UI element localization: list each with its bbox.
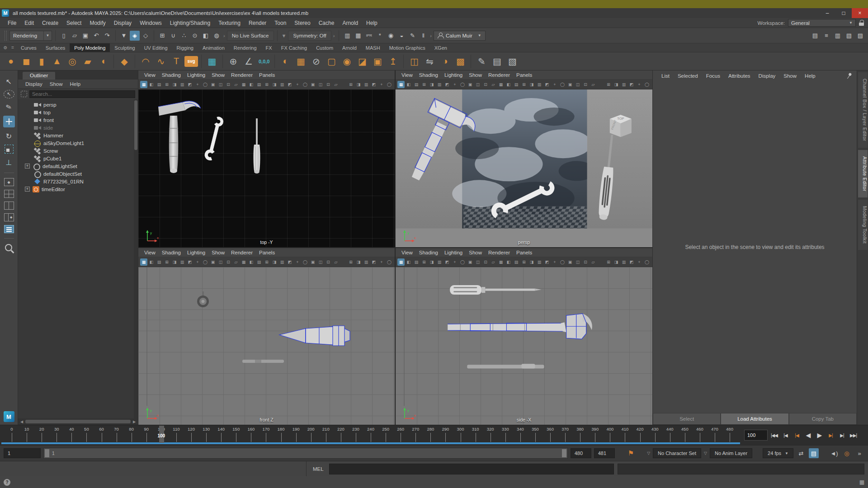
shelf-tab-fx-caching[interactable]: FX Caching xyxy=(277,43,311,52)
viewport-icon-right-1[interactable]: ⊞ xyxy=(347,258,354,266)
outliner-persp-layout[interactable] xyxy=(4,225,14,233)
viewport-front-scene[interactable]: y x front Z xyxy=(138,267,395,425)
menu-file[interactable]: File xyxy=(4,20,20,26)
new-scene-icon[interactable]: ▯ xyxy=(59,31,69,41)
poly-sphere-icon[interactable]: ● xyxy=(4,54,18,69)
vp-menu-view[interactable]: View xyxy=(398,72,416,78)
outliner-item-hammer[interactable]: Hammer xyxy=(18,131,138,139)
outliner-item-timeeditor[interactable]: +timeEditor xyxy=(18,185,138,193)
viewport-icon-10[interactable]: ▣ xyxy=(467,258,474,266)
outliner-item-r7723296-01rn[interactable]: R7723296_01RN xyxy=(18,178,138,185)
shelf-tab-uv-editing[interactable]: UV Editing xyxy=(140,43,172,52)
remesh-icon[interactable]: ▩ xyxy=(453,54,467,69)
vp-menu-shading[interactable]: Shading xyxy=(159,250,184,255)
shelf-tab-rendering[interactable]: Rendering xyxy=(229,43,261,52)
paint-effects-icon[interactable]: ✎ xyxy=(407,31,417,41)
save-scene-icon[interactable]: ▣ xyxy=(80,31,90,41)
platonic-solid-icon[interactable]: ◆ xyxy=(117,54,132,69)
outliner-item-pcube1[interactable]: pCube1 xyxy=(18,155,138,162)
vp-menu-panels[interactable]: Panels xyxy=(513,250,535,255)
viewport-icon-14[interactable]: ▦ xyxy=(497,81,505,88)
viewport-icon-10[interactable]: ▣ xyxy=(209,81,217,88)
side-tab-attribute-editor[interactable]: Attribute Editor xyxy=(858,150,868,197)
viewport-icon-26[interactable]: ▱ xyxy=(332,258,340,266)
bookmark-icon[interactable]: ⚑ xyxy=(625,449,637,457)
viewport-icon-25[interactable]: ⊡ xyxy=(582,258,589,266)
viewport-icon-right-3[interactable]: ▥ xyxy=(620,258,627,266)
target-weld-icon[interactable]: ◉ xyxy=(340,54,354,69)
menu-texturing[interactable]: Texturing xyxy=(214,20,245,26)
viewport-icon-7[interactable]: ◩ xyxy=(443,81,451,88)
vp-menu-view[interactable]: View xyxy=(398,250,416,255)
outliner-item-defaultobjectset[interactable]: defaultObjectSet xyxy=(18,170,138,178)
select-by-hierarchy-icon[interactable]: ▼ xyxy=(119,31,129,41)
outliner-item-defaultlightset[interactable]: +defaultLightSet xyxy=(18,162,138,170)
move-tool[interactable] xyxy=(3,116,15,127)
viewport-icon-24[interactable]: ◫ xyxy=(317,81,324,88)
viewport-icon-1[interactable]: ▦ xyxy=(140,258,147,266)
viewport-icon-right-5[interactable]: + xyxy=(378,81,385,88)
output-window-icon[interactable]: ▦ xyxy=(859,479,864,485)
copy-tab-button[interactable]: Copy Tab xyxy=(789,413,856,424)
command-input[interactable] xyxy=(329,464,614,474)
viewport-icon-right-6[interactable]: ◯ xyxy=(643,81,651,88)
viewport-icon-10[interactable]: ▣ xyxy=(209,258,217,266)
uv-editor-icon[interactable]: ▧ xyxy=(505,54,519,69)
viewport-top[interactable]: ViewShadingLightingShowRendererPanels ▦◧… xyxy=(138,70,395,247)
viewport-icon-20[interactable]: ◩ xyxy=(543,81,551,88)
viewport-icon-right-3[interactable]: ▥ xyxy=(620,81,627,88)
menu-edit[interactable]: Edit xyxy=(20,20,38,26)
current-time-field[interactable] xyxy=(744,430,768,441)
viewport-icon-18[interactable]: ◨ xyxy=(528,258,535,266)
viewport-icon-15[interactable]: ◧ xyxy=(505,81,512,88)
vp-menu-lighting[interactable]: Lighting xyxy=(184,250,208,255)
vp-menu-show[interactable]: Show xyxy=(466,250,485,255)
viewport-icon-2[interactable]: ◧ xyxy=(148,258,155,266)
vp-menu-renderer[interactable]: Renderer xyxy=(485,250,513,255)
chevron-down-icon[interactable]: ▽ xyxy=(704,451,707,455)
viewport-icon-17[interactable]: ⊞ xyxy=(263,258,270,266)
viewport-icon-22[interactable]: ◯ xyxy=(559,81,566,88)
horizontal-scrollbar[interactable]: ◀ ▶ xyxy=(18,418,138,425)
viewport-icon-3[interactable]: ▤ xyxy=(413,258,420,266)
spiral-tool-icon[interactable]: ∿ xyxy=(154,54,168,69)
shelf-tab-fx[interactable]: FX xyxy=(261,43,277,52)
pause-viewport-icon[interactable]: ‖ xyxy=(418,31,428,41)
zoom-layout-icon[interactable] xyxy=(3,243,15,254)
viewport-icon-13[interactable]: ▱ xyxy=(232,81,240,88)
viewport-icon-15[interactable]: ◧ xyxy=(505,258,512,266)
table-tool-icon[interactable]: ▦ xyxy=(205,54,219,69)
step-forward-frame-button[interactable]: ▶| xyxy=(837,430,847,441)
menu-cache[interactable]: Cache xyxy=(315,20,339,26)
shelf-tab-poly-modeling[interactable]: Poly Modeling xyxy=(70,43,110,52)
menu-select[interactable]: Select xyxy=(62,20,85,26)
poly-cylinder-icon[interactable]: ▮ xyxy=(34,54,49,69)
character-set-dropdown[interactable]: No Character Set xyxy=(653,448,701,458)
load-attributes-button[interactable]: Load Attributes xyxy=(721,413,788,424)
vp-menu-renderer[interactable]: Renderer xyxy=(485,72,513,78)
viewport-icon-23[interactable]: ▣ xyxy=(309,258,316,266)
mirror-icon[interactable]: ◫ xyxy=(407,54,421,69)
viewport-icon-right-6[interactable]: ◯ xyxy=(386,81,393,88)
command-language-toggle[interactable]: MEL xyxy=(307,466,329,472)
lock-icon[interactable] xyxy=(859,20,864,26)
two-pane-layout[interactable] xyxy=(4,202,14,210)
measure-tool-icon[interactable]: ∠ xyxy=(241,54,256,69)
redo-icon[interactable]: ↷ xyxy=(102,31,112,41)
viewport-icon-right-1[interactable]: ⊞ xyxy=(605,81,612,88)
outliner-menu-show[interactable]: Show xyxy=(46,81,66,87)
viewport-icon-23[interactable]: ▣ xyxy=(566,81,574,88)
shelf-tab-surfaces[interactable]: Surfaces xyxy=(41,43,70,52)
time-editor-icon[interactable]: ▤ xyxy=(809,448,819,458)
viewport-icon-20[interactable]: ◩ xyxy=(543,258,551,266)
menu-render[interactable]: Render xyxy=(245,20,270,26)
workspace-dropdown[interactable]: General ▼ xyxy=(788,19,856,27)
render-flag-icon[interactable]: ◒ xyxy=(396,31,406,41)
shelf-menu-icon[interactable]: = xyxy=(9,43,16,52)
viewport-icon-right-6[interactable]: ◯ xyxy=(386,258,393,266)
pin-icon[interactable] xyxy=(844,71,853,80)
select-by-component-icon[interactable]: ◇ xyxy=(141,31,151,41)
loop-playback-icon[interactable]: ⇄ xyxy=(796,448,806,458)
viewport-icon-8[interactable]: + xyxy=(451,81,458,88)
menu-stereo[interactable]: Stereo xyxy=(290,20,314,26)
